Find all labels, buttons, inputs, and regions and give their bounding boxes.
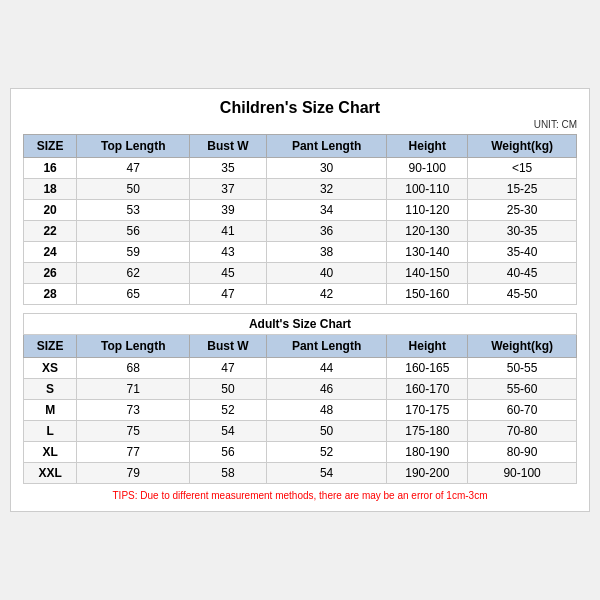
- table-cell: 150-160: [387, 284, 468, 305]
- adults-header-row: SIZE Top Length Bust W Pant Length Heigh…: [24, 335, 577, 358]
- table-cell: 47: [77, 158, 190, 179]
- table-cell: 73: [77, 400, 190, 421]
- adults-section-title: Adult's Size Chart: [24, 314, 577, 335]
- table-cell: 55-60: [468, 379, 577, 400]
- table-cell: 52: [190, 400, 266, 421]
- table-cell: <15: [468, 158, 577, 179]
- table-row: S715046160-17055-60: [24, 379, 577, 400]
- children-col-weight: Weight(kg): [468, 135, 577, 158]
- table-cell: 36: [266, 221, 387, 242]
- table-cell: L: [24, 421, 77, 442]
- table-cell: 38: [266, 242, 387, 263]
- table-cell: 22: [24, 221, 77, 242]
- table-cell: 26: [24, 263, 77, 284]
- unit-label: UNIT: CM: [23, 119, 577, 130]
- table-cell: 24: [24, 242, 77, 263]
- table-cell: 56: [190, 442, 266, 463]
- adults-col-size: SIZE: [24, 335, 77, 358]
- table-cell: 60-70: [468, 400, 577, 421]
- table-cell: 50-55: [468, 358, 577, 379]
- adults-col-weight: Weight(kg): [468, 335, 577, 358]
- table-cell: 79: [77, 463, 190, 484]
- adults-col-pant-length: Pant Length: [266, 335, 387, 358]
- table-cell: 47: [190, 284, 266, 305]
- adults-col-height: Height: [387, 335, 468, 358]
- table-row: L755450175-18070-80: [24, 421, 577, 442]
- children-col-height: Height: [387, 135, 468, 158]
- adults-size-table: Adult's Size Chart SIZE Top Length Bust …: [23, 313, 577, 484]
- table-cell: 16: [24, 158, 77, 179]
- children-col-top-length: Top Length: [77, 135, 190, 158]
- adults-title-row: Adult's Size Chart: [24, 314, 577, 335]
- table-cell: 48: [266, 400, 387, 421]
- table-cell: 170-175: [387, 400, 468, 421]
- table-cell: 44: [266, 358, 387, 379]
- table-cell: 18: [24, 179, 77, 200]
- table-cell: 75: [77, 421, 190, 442]
- table-cell: 80-90: [468, 442, 577, 463]
- table-cell: 15-25: [468, 179, 577, 200]
- table-cell: 54: [266, 463, 387, 484]
- table-cell: 50: [77, 179, 190, 200]
- table-cell: 47: [190, 358, 266, 379]
- table-cell: 180-190: [387, 442, 468, 463]
- table-cell: 39: [190, 200, 266, 221]
- children-col-bust-w: Bust W: [190, 135, 266, 158]
- children-table-body: 1647353090-100<1518503732100-11015-25205…: [24, 158, 577, 305]
- table-cell: 56: [77, 221, 190, 242]
- table-cell: 71: [77, 379, 190, 400]
- table-cell: 175-180: [387, 421, 468, 442]
- table-cell: XS: [24, 358, 77, 379]
- table-cell: 160-165: [387, 358, 468, 379]
- table-cell: 25-30: [468, 200, 577, 221]
- table-row: 18503732100-11015-25: [24, 179, 577, 200]
- table-cell: 68: [77, 358, 190, 379]
- table-cell: 32: [266, 179, 387, 200]
- table-row: XS684744160-16550-55: [24, 358, 577, 379]
- children-col-size: SIZE: [24, 135, 77, 158]
- table-row: 22564136120-13030-35: [24, 221, 577, 242]
- adults-col-top-length: Top Length: [77, 335, 190, 358]
- table-cell: 41: [190, 221, 266, 242]
- table-cell: 35: [190, 158, 266, 179]
- table-cell: 77: [77, 442, 190, 463]
- table-cell: 54: [190, 421, 266, 442]
- table-cell: 30: [266, 158, 387, 179]
- table-cell: M: [24, 400, 77, 421]
- table-cell: XL: [24, 442, 77, 463]
- table-row: XL775652180-19080-90: [24, 442, 577, 463]
- table-cell: 50: [266, 421, 387, 442]
- table-cell: 62: [77, 263, 190, 284]
- table-row: 26624540140-15040-45: [24, 263, 577, 284]
- table-cell: 59: [77, 242, 190, 263]
- table-cell: 50: [190, 379, 266, 400]
- table-cell: 45-50: [468, 284, 577, 305]
- table-cell: 30-35: [468, 221, 577, 242]
- table-cell: 190-200: [387, 463, 468, 484]
- table-cell: 90-100: [468, 463, 577, 484]
- table-cell: 53: [77, 200, 190, 221]
- table-cell: 65: [77, 284, 190, 305]
- table-cell: 52: [266, 442, 387, 463]
- table-cell: 130-140: [387, 242, 468, 263]
- table-row: XXL795854190-20090-100: [24, 463, 577, 484]
- table-row: 24594338130-14035-40: [24, 242, 577, 263]
- size-chart-container: Children's Size Chart UNIT: CM SIZE Top …: [10, 88, 590, 512]
- table-cell: 40: [266, 263, 387, 284]
- chart-title: Children's Size Chart: [23, 99, 577, 117]
- tips-text: TIPS: Due to different measurement metho…: [23, 490, 577, 501]
- table-cell: 100-110: [387, 179, 468, 200]
- table-cell: 70-80: [468, 421, 577, 442]
- table-cell: 45: [190, 263, 266, 284]
- children-size-table: SIZE Top Length Bust W Pant Length Heigh…: [23, 134, 577, 305]
- table-cell: 20: [24, 200, 77, 221]
- table-row: 1647353090-100<15: [24, 158, 577, 179]
- table-cell: 90-100: [387, 158, 468, 179]
- table-cell: 46: [266, 379, 387, 400]
- adults-col-bust-w: Bust W: [190, 335, 266, 358]
- adults-table-body: XS684744160-16550-55S715046160-17055-60M…: [24, 358, 577, 484]
- table-row: M735248170-17560-70: [24, 400, 577, 421]
- table-cell: 34: [266, 200, 387, 221]
- children-col-pant-length: Pant Length: [266, 135, 387, 158]
- table-cell: XXL: [24, 463, 77, 484]
